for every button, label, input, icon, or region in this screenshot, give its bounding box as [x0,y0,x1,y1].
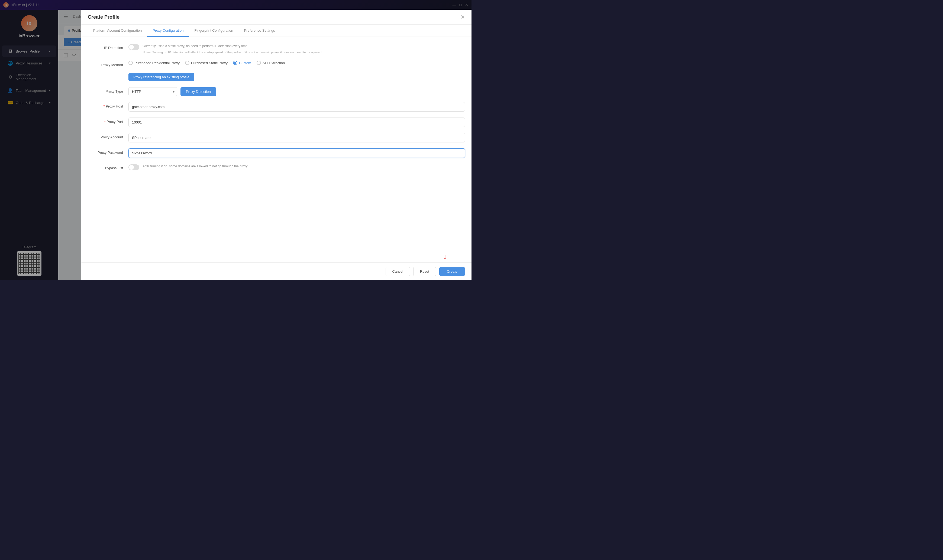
ip-detection-note-text: Notes: Turning on IP detection will affe… [143,50,321,55]
proxy-type-select-wrap: HTTP HTTPS SOCKS5 ▾ [128,87,177,96]
create-profile-modal: Create Profile ✕ Platform Account Config… [81,10,471,280]
radio-circle [185,61,190,65]
tab-preference-settings[interactable]: Preference Settings [239,25,280,37]
proxy-account-content [128,133,465,142]
proxy-account-label: Proxy Account [88,133,123,139]
bypass-toggle-wrap: After turning it on, some domains are al… [128,164,465,170]
proxy-reference-button[interactable]: Proxy referencing an existing profile [128,73,194,81]
radio-circle [257,61,261,65]
bypass-list-desc: After turning it on, some domains are al… [143,164,248,169]
proxy-account-input[interactable] [128,133,465,142]
ip-detection-label: IP Detection [88,44,123,50]
footer-right: Cancel Reset Create [385,267,465,276]
ip-detection-toggle-wrap: Currently using a static proxy, no need … [128,44,465,55]
tab-label: Proxy Configuration [153,28,183,32]
reference-button-label: Proxy referencing an existing profile [133,75,190,79]
proxy-host-label: Proxy Host [88,102,123,108]
radio-label: Purchased Residential Proxy [134,61,180,65]
reference-row: Proxy referencing an existing profile [88,73,465,81]
proxy-type-content: HTTP HTTPS SOCKS5 ▾ Proxy Detection [128,87,465,96]
proxy-method-row: Proxy Method Purchased Residential Proxy… [88,61,465,67]
bypass-list-row: Bypass List After turning it on, some do… [88,164,465,170]
cancel-label: Cancel [392,269,403,274]
tab-label: Fingerprint Configuration [194,28,233,32]
proxy-password-content [128,148,465,158]
proxy-host-content [128,102,465,112]
proxy-method-radio-group: Purchased Residential Proxy Purchased St… [128,61,465,65]
radio-custom[interactable]: Custom [233,61,251,65]
radio-purchased-static[interactable]: Purchased Static Proxy [185,61,228,65]
proxy-type-select[interactable]: HTTP HTTPS SOCKS5 [128,87,177,96]
reference-label-empty [88,73,123,75]
modal-tabs: Platform Account Configuration Proxy Con… [81,25,471,37]
proxy-type-label: Proxy Type [88,87,123,94]
tab-label: Platform Account Configuration [93,28,142,32]
radio-label: API Extraction [263,61,285,65]
toggle-knob [129,45,134,49]
modal-footer: Cancel Reset Create [81,262,471,280]
reset-button[interactable]: Reset [413,267,436,276]
proxy-type-row: Proxy Type HTTP HTTPS SOCKS5 ▾ Proxy Det… [88,87,465,96]
create-button[interactable]: Create [439,267,465,276]
ip-detection-description: Currently using a static proxy, no need … [143,44,321,55]
proxy-password-input[interactable] [128,148,465,158]
proxy-port-content [128,117,465,127]
radio-circle-selected [233,61,237,65]
toggle-knob [129,165,134,170]
bypass-list-label: Bypass List [88,164,123,170]
proxy-port-label: Proxy Port [88,117,123,124]
modal-title: Create Profile [88,14,120,20]
proxy-method-label: Proxy Method [88,61,123,67]
proxy-host-row: Proxy Host [88,102,465,112]
radio-label-selected: Custom [239,61,251,65]
arrow-down-indicator: ↓ [443,252,447,261]
proxy-detection-label: Proxy Detection [186,90,211,94]
ip-detection-row: IP Detection Currently using a static pr… [88,44,465,55]
modal-header: Create Profile ✕ [81,10,471,25]
modal-close-button[interactable]: ✕ [461,14,465,20]
bypass-list-toggle[interactable] [128,165,139,170]
tab-fingerprint-configuration[interactable]: Fingerprint Configuration [189,25,239,37]
radio-purchased-residential[interactable]: Purchased Residential Proxy [128,61,180,65]
proxy-password-row: Proxy Password [88,148,465,158]
radio-label: Purchased Static Proxy [191,61,228,65]
reference-content: Proxy referencing an existing profile [128,73,465,81]
modal-body: IP Detection Currently using a static pr… [81,37,471,262]
tab-proxy-configuration[interactable]: Proxy Configuration [147,25,189,37]
tab-label: Preference Settings [244,28,275,32]
cancel-button[interactable]: Cancel [385,267,410,276]
proxy-port-row: Proxy Port [88,117,465,127]
radio-api-extraction[interactable]: API Extraction [257,61,285,65]
proxy-host-input[interactable] [128,102,465,112]
ip-detection-content: Currently using a static proxy, no need … [128,44,465,55]
ip-detection-toggle[interactable] [128,44,139,50]
proxy-account-row: Proxy Account [88,133,465,142]
proxy-type-controls: HTTP HTTPS SOCKS5 ▾ Proxy Detection [128,87,465,96]
create-label: Create [447,269,458,274]
proxy-detection-button[interactable]: Proxy Detection [180,87,216,96]
radio-circle [128,61,133,65]
proxy-port-input[interactable] [128,117,465,127]
tab-platform-account[interactable]: Platform Account Configuration [88,25,147,37]
ip-detection-desc-text: Currently using a static proxy, no need … [143,44,321,48]
proxy-method-content: Purchased Residential Proxy Purchased St… [128,61,465,65]
proxy-password-label: Proxy Password [88,148,123,155]
reset-label: Reset [420,269,429,274]
bypass-list-content: After turning it on, some domains are al… [128,164,465,170]
